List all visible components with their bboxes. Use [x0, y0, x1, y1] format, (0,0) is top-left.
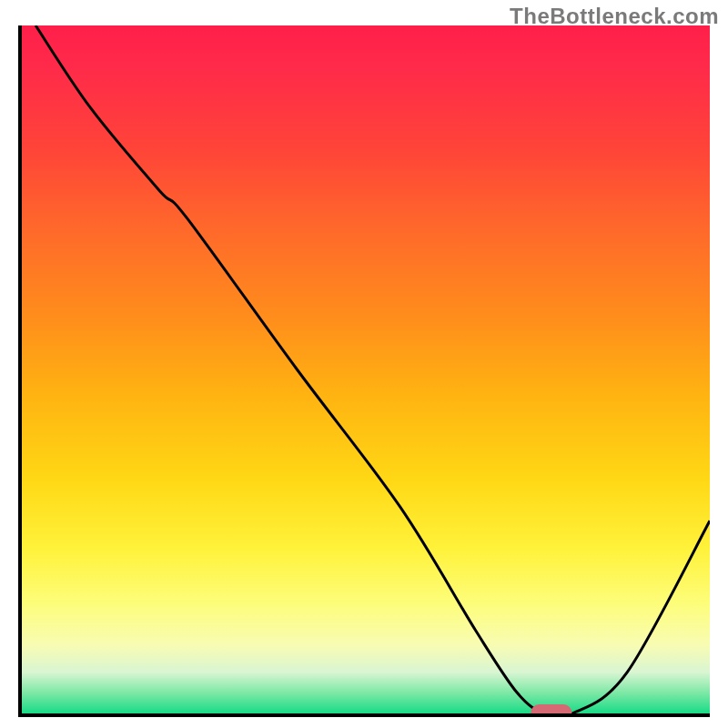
optimal-marker — [531, 704, 571, 717]
bottleneck-curve — [22, 25, 710, 713]
chart-container: TheBottleneck.com — [0, 0, 728, 728]
plot-area — [18, 25, 710, 717]
curve-path — [35, 25, 710, 717]
